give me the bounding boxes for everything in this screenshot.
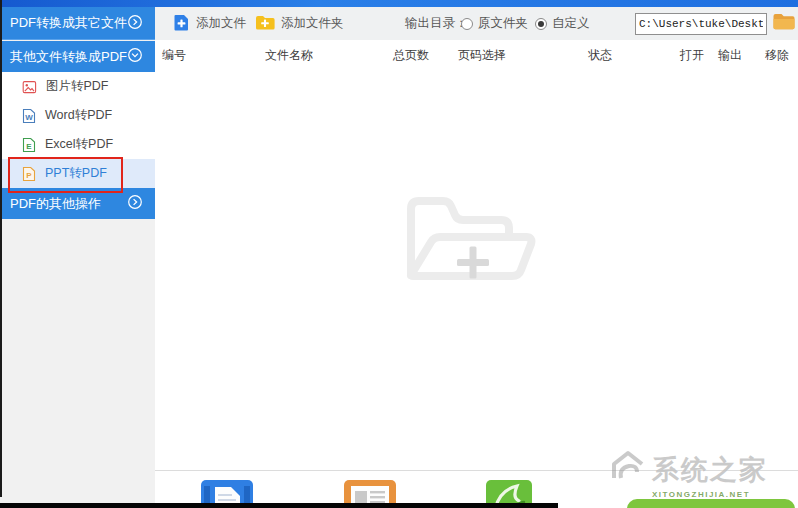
column-output: 输出 [718, 47, 742, 64]
sidebar-item-image-to-pdf[interactable]: 图片转PDF [0, 72, 155, 101]
empty-dropzone[interactable] [387, 179, 559, 311]
column-open: 打开 [680, 47, 704, 64]
sidebar-item-excel-to-pdf[interactable]: E Excel转PDF [0, 130, 155, 159]
sidebar-item-label: Excel转PDF [45, 136, 113, 153]
app-window: PDF转换成其它文件 其他文件转换成PDF [0, 0, 798, 508]
file-list-area[interactable] [155, 67, 798, 470]
column-filename: 文件名称 [265, 47, 313, 64]
output-path-input[interactable] [635, 13, 767, 35]
file-table-header: 编号 文件名称 总页数 页码选择 状态 打开 输出 移除 [155, 40, 798, 68]
sidebar-section-label: PDF转换成其它文件 [10, 14, 127, 32]
add-file-button[interactable]: 添加文件 [173, 7, 246, 40]
sidebar-section-label: 其他文件转换成PDF [10, 48, 127, 66]
chevron-right-circle-icon [127, 14, 143, 33]
sidebar-item-label: PPT转PDF [45, 165, 107, 182]
sidebar: PDF转换成其它文件 其他文件转换成PDF [0, 7, 155, 508]
radio-original-folder[interactable]: 原文件夹 [461, 7, 528, 40]
sidebar-section-pdf-to-other[interactable]: PDF转换成其它文件 [0, 7, 155, 40]
svg-text:W: W [25, 113, 33, 122]
output-directory-label: 输出目录： [405, 7, 468, 40]
word-file-icon: W [22, 108, 36, 124]
column-status: 状态 [588, 47, 612, 64]
radio-selected-icon[interactable] [535, 18, 547, 30]
radio-custom-label: 自定义 [552, 15, 590, 32]
add-folder-button[interactable]: 添加文件夹 [255, 7, 344, 40]
toolbar: 添加文件 添加文件夹 输出目录： 原文件夹 自定义 [155, 7, 798, 40]
column-total-pages: 总页数 [393, 47, 429, 64]
svg-text:P: P [26, 171, 32, 180]
image-file-icon [22, 79, 37, 95]
radio-custom-folder[interactable]: 自定义 [535, 7, 590, 40]
chevron-down-circle-icon [127, 47, 143, 66]
add-folder-label: 添加文件夹 [281, 15, 344, 32]
sidebar-item-label: 图片转PDF [46, 78, 109, 95]
sidebar-item-word-to-pdf[interactable]: W Word转PDF [0, 101, 155, 130]
radio-original-label: 原文件夹 [478, 15, 528, 32]
sidebar-section-label: PDF的其他操作 [10, 195, 101, 213]
sidebar-section-pdf-operations[interactable]: PDF的其他操作 [0, 188, 155, 219]
add-folder-icon [255, 14, 275, 34]
browse-folder-button[interactable] [771, 12, 797, 34]
main-panel: 添加文件 添加文件夹 输出目录： 原文件夹 自定义 [155, 7, 798, 508]
window-left-border [0, 0, 2, 497]
column-number: 编号 [162, 47, 186, 64]
sidebar-section-other-to-pdf[interactable]: 其他文件转换成PDF [0, 41, 155, 72]
radio-unselected-icon[interactable] [461, 18, 473, 30]
chevron-right-circle-icon [127, 194, 143, 213]
folder-icon [772, 12, 796, 34]
excel-file-icon: E [22, 137, 36, 153]
column-page-select: 页码选择 [458, 47, 506, 64]
sidebar-submenu: 图片转PDF W Word转PDF E Exce [0, 72, 155, 188]
add-folder-outline-icon [387, 179, 559, 311]
add-file-label: 添加文件 [196, 15, 246, 32]
add-file-icon [173, 14, 190, 34]
sidebar-item-ppt-to-pdf[interactable]: P PPT转PDF [0, 159, 155, 188]
bottom-crop-artifact [0, 503, 558, 508]
svg-text:E: E [26, 142, 32, 151]
sidebar-item-label: Word转PDF [45, 107, 112, 124]
column-remove: 移除 [765, 47, 789, 64]
window-title-bar [0, 0, 798, 7]
ppt-file-icon: P [22, 166, 36, 182]
start-convert-button[interactable] [627, 499, 795, 508]
